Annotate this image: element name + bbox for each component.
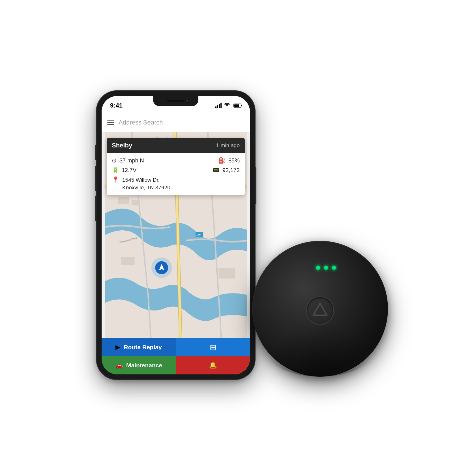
device-logo bbox=[306, 296, 334, 325]
address-text: 1545 Willow Dr, Knoxville, TN 37920 bbox=[122, 176, 170, 191]
info-card-header: Shelby 1 min ago bbox=[107, 138, 245, 153]
gps-device bbox=[252, 241, 388, 377]
maintenance-label: Maintenance bbox=[126, 362, 162, 369]
svg-rect-14 bbox=[132, 200, 140, 205]
info-card: Shelby 1 min ago ⊙ 37 mph N ⛽ 85% bbox=[107, 138, 245, 195]
car-icon: 🚗 bbox=[115, 362, 123, 369]
alerts-button[interactable]: 🔔 bbox=[176, 356, 250, 374]
menu-icon[interactable] bbox=[107, 120, 114, 125]
last-update-time: 1 min ago bbox=[216, 142, 240, 149]
svg-rect-13 bbox=[118, 197, 129, 204]
speed-value: 37 mph N bbox=[119, 157, 144, 164]
odometer-item: 📟 92,172 bbox=[213, 167, 240, 173]
phone-button-volume-up bbox=[95, 166, 97, 191]
location-pin-icon: 📍 bbox=[112, 176, 119, 184]
grid-icon: ⊞ bbox=[210, 343, 216, 352]
maintenance-button[interactable]: 🚗 Maintenance bbox=[102, 356, 176, 374]
signal-icon bbox=[215, 103, 222, 108]
device-shadow bbox=[266, 322, 374, 377]
wifi-icon bbox=[224, 103, 230, 109]
battery-icon bbox=[233, 104, 241, 108]
speed-item: ⊙ 37 mph N bbox=[112, 157, 144, 164]
bell-icon: 🔔 bbox=[209, 362, 217, 369]
led-2 bbox=[324, 266, 328, 270]
voltage-value: 12.7V bbox=[122, 167, 136, 173]
voltage-item: 🔋 12.7V bbox=[112, 167, 136, 173]
phone-button-power bbox=[255, 167, 256, 204]
speedometer-icon: ⊙ bbox=[112, 157, 117, 164]
svg-rect-16 bbox=[218, 268, 235, 278]
map-area[interactable]: Sports Complex University of Tennessee M… bbox=[102, 132, 250, 338]
speed-fuel-row: ⊙ 37 mph N ⛽ 85% bbox=[112, 157, 240, 164]
logo-ring bbox=[306, 296, 334, 325]
fuel-item: ⛽ 85% bbox=[218, 157, 240, 164]
scene: 9:41 bbox=[82, 82, 394, 394]
odometer-icon: 📟 bbox=[213, 167, 220, 173]
battery-status-icon: 🔋 bbox=[112, 167, 119, 173]
route-replay-label: Route Replay bbox=[124, 344, 162, 351]
address-row: 📍 1545 Willow Dr, Knoxville, TN 37920 bbox=[112, 176, 240, 191]
voltage-odometer-row: 🔋 12.7V 📟 92,172 bbox=[112, 167, 240, 173]
device-body bbox=[252, 241, 388, 377]
info-card-body: ⊙ 37 mph N ⛽ 85% 🔋 12.7V bbox=[107, 153, 245, 195]
vehicle-name: Shelby bbox=[112, 142, 132, 149]
fuel-icon: ⛽ bbox=[218, 157, 226, 164]
search-bar[interactable]: Address Search bbox=[102, 113, 250, 132]
grid-button[interactable]: ⊞ bbox=[176, 338, 250, 356]
led-indicators bbox=[316, 266, 336, 270]
address-line2: Knoxville, TN 37920 bbox=[122, 184, 170, 192]
route-replay-button[interactable]: ▶ Route Replay bbox=[102, 338, 176, 356]
svg-text:129: 129 bbox=[196, 233, 201, 236]
svg-rect-15 bbox=[121, 257, 135, 265]
led-1 bbox=[316, 266, 320, 270]
bottom-navigation: ▶ Route Replay ⊞ 🚗 Maintenance 🔔 bbox=[102, 338, 250, 374]
phone: 9:41 bbox=[97, 91, 255, 379]
led-3 bbox=[332, 266, 336, 270]
notch bbox=[153, 96, 198, 106]
notch-speaker bbox=[167, 100, 184, 102]
odometer-value: 92,172 bbox=[222, 167, 240, 173]
phone-button-silent bbox=[95, 145, 97, 160]
address-line1: 1545 Willow Dr, bbox=[122, 176, 170, 184]
fuel-value: 85% bbox=[228, 157, 240, 164]
status-icons bbox=[215, 100, 241, 109]
notch-camera bbox=[185, 99, 189, 103]
play-icon: ▶ bbox=[115, 344, 120, 351]
search-placeholder[interactable]: Address Search bbox=[119, 119, 244, 126]
phone-button-volume-down bbox=[95, 196, 97, 221]
phone-screen: 9:41 bbox=[102, 96, 250, 374]
